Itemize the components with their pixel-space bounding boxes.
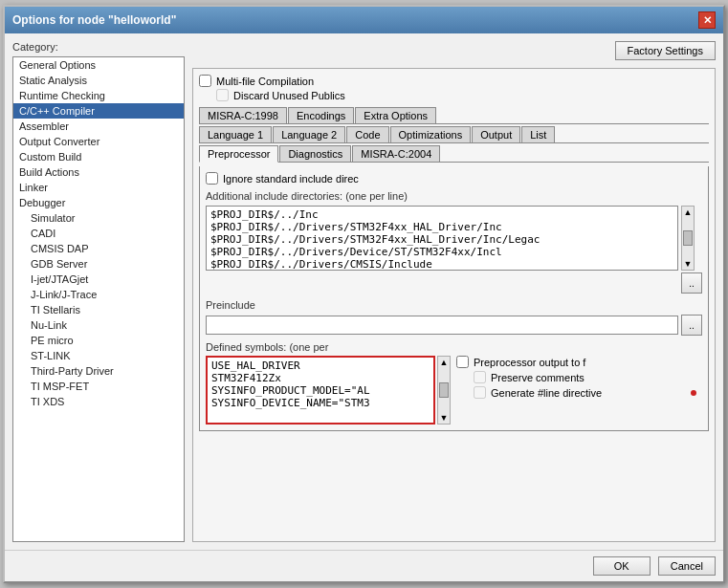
factory-row: Factory Settings (192, 41, 716, 60)
sidebar-item-c-cpp-compiler[interactable]: C/C++ Compiler (13, 103, 184, 119)
preinclude-row: .. (206, 315, 702, 336)
sidebar-item-assembler[interactable]: Assembler (13, 119, 184, 134)
sidebar-item-custom-build[interactable]: Custom Build (13, 149, 184, 164)
tab-misra-c-1998[interactable]: MISRA-C:1998 (199, 107, 287, 123)
ignore-standard-row: Ignore standard include direc (206, 172, 702, 185)
preserve-comments-row: Preserve comments (456, 371, 702, 383)
tab-language-1[interactable]: Language 1 (199, 126, 272, 142)
include-dirs-scrollbar[interactable]: ▲ ▼ (681, 206, 695, 271)
close-button[interactable]: ✕ (698, 11, 716, 29)
tab-diagnostics[interactable]: Diagnostics (279, 145, 351, 162)
multi-file-label: Multi-file Compilation (216, 76, 314, 87)
sidebar-item-gdb-server[interactable]: GDB Server (13, 256, 184, 272)
tab-row-3: PreprocessorDiagnosticsMISRA-C:2004 (199, 145, 709, 163)
sidebar-item-debugger[interactable]: Debugger (13, 195, 184, 210)
dialog-footer: OK Cancel (5, 550, 723, 581)
sidebar-item-cadi[interactable]: CADI (13, 226, 184, 241)
ignore-standard-checkbox[interactable] (206, 172, 218, 185)
tab-preprocessor[interactable]: Preprocessor (199, 145, 278, 163)
tab-row-1: MISRA-C:1998EncodingsExtra Options (199, 107, 709, 124)
generate-hashline-checkbox[interactable] (474, 386, 486, 399)
include-dirs-area: ▲ ▼ .. (206, 206, 702, 294)
preprocessor-output-checkbox[interactable] (456, 356, 469, 368)
discard-unused-checkbox[interactable] (216, 89, 229, 101)
tab-optimizations[interactable]: Optimizations (390, 126, 472, 142)
sidebar-item-general-options[interactable]: General Options (13, 57, 184, 73)
tab-output[interactable]: Output (472, 126, 520, 142)
sidebar-item-linker[interactable]: Linker (13, 180, 184, 195)
include-dirs-textarea[interactable] (206, 206, 678, 271)
options-area: Multi-file Compilation Discard Unused Pu… (192, 68, 716, 542)
dialog-body: Category: General OptionsStatic Analysis… (5, 33, 723, 550)
tab-list[interactable]: List (521, 126, 555, 142)
preprocessor-output-label: Preprocessor output to f (474, 357, 585, 368)
preprocessor-output-row: Preprocessor output to f (456, 356, 702, 368)
tabs-container: MISRA-C:1998EncodingsExtra Options Langu… (199, 107, 709, 163)
preserve-comments-label: Preserve comments (491, 372, 585, 383)
include-dirs-label: Additional include directories: (one per… (206, 190, 702, 202)
sidebar-item-st-link[interactable]: ST-LINK (13, 348, 184, 363)
tab-extra-options[interactable]: Extra Options (355, 107, 436, 123)
generate-hashline-label: Generate #line directive (491, 387, 602, 399)
tab-code[interactable]: Code (346, 126, 388, 142)
title-bar: Options for node "helloworld" ✕ (5, 7, 723, 33)
main-panel: Factory Settings Multi-file Compilation … (192, 41, 716, 542)
defined-symbols-label: Defined symbols: (one per (206, 341, 702, 353)
sidebar-item-runtime-checking[interactable]: Runtime Checking (13, 88, 184, 103)
preprocessor-content: Ignore standard include direc Additional… (199, 166, 709, 431)
tab-encodings[interactable]: Encodings (288, 107, 354, 123)
tab-misra-c-2004[interactable]: MISRA-C:2004 (352, 145, 440, 162)
sidebar-item-cmsis-dap[interactable]: CMSIS DAP (13, 241, 184, 256)
preserve-comments-checkbox[interactable] (474, 371, 486, 383)
defined-symbols-section: Defined symbols: (one per ▲ ▼ (206, 339, 702, 425)
sidebar-item-nu-link[interactable]: Nu-Link (13, 317, 184, 333)
compilation-checkboxes: Multi-file Compilation Discard Unused Pu… (199, 75, 709, 101)
cancel-button[interactable]: Cancel (658, 556, 716, 576)
multi-file-checkbox[interactable] (199, 75, 211, 87)
preinclude-label: Preinclude (206, 299, 702, 311)
include-dirs-edit-button[interactable]: .. (681, 272, 702, 294)
sidebar-item-ti-stellaris[interactable]: TI Stellaris (13, 302, 184, 317)
generate-hashline-row: Generate #line directive (456, 386, 702, 399)
preprocessor-output-section: Preprocessor output to f Preserve commen… (456, 356, 702, 402)
defined-symbols-scrollbar[interactable]: ▲ ▼ (437, 356, 451, 425)
category-label: Category: (12, 41, 185, 53)
sidebar-item-output-converter[interactable]: Output Converter (13, 134, 184, 149)
red-dot-indicator (691, 390, 696, 396)
dialog: Options for node "helloworld" ✕ Category… (3, 5, 725, 583)
sidebar-item-i-jet-jtag[interactable]: I-jet/JTAGjet (13, 272, 184, 287)
multi-file-row: Multi-file Compilation (199, 75, 709, 87)
preinclude-edit-button[interactable]: .. (681, 315, 702, 336)
discard-unused-row: Discard Unused Publics (199, 89, 709, 101)
category-list: General OptionsStatic AnalysisRuntime Ch… (12, 56, 185, 542)
ok-button[interactable]: OK (593, 556, 651, 576)
discard-unused-label: Discard Unused Publics (233, 90, 345, 101)
defined-symbols-textarea[interactable] (206, 356, 435, 425)
ignore-standard-label: Ignore standard include direc (223, 173, 359, 185)
sidebar-item-static-analysis[interactable]: Static Analysis (13, 73, 184, 88)
sidebar-item-build-actions[interactable]: Build Actions (13, 164, 184, 180)
defined-row: ▲ ▼ Preprocessor output to f (206, 356, 702, 425)
factory-settings-button[interactable]: Factory Settings (615, 41, 716, 60)
sidebar-item-pe-micro[interactable]: PE micro (13, 333, 184, 348)
include-dirs-buttons: ▲ ▼ .. (681, 206, 702, 294)
sidebar: Category: General OptionsStatic Analysis… (12, 41, 185, 542)
dialog-title: Options for node "helloworld" (12, 13, 176, 27)
sidebar-item-j-link-j-trace[interactable]: J-Link/J-Trace (13, 287, 184, 302)
sidebar-item-third-party-driver[interactable]: Third-Party Driver (13, 363, 184, 379)
sidebar-item-ti-msp-fet[interactable]: TI MSP-FET (13, 379, 184, 394)
tab-row-2: Language 1Language 2CodeOptimizationsOut… (199, 126, 709, 143)
preinclude-input[interactable] (206, 316, 678, 335)
sidebar-item-ti-xds[interactable]: TI XDS (13, 394, 184, 409)
sidebar-item-simulator[interactable]: Simulator (13, 210, 184, 226)
tab-language-2[interactable]: Language 2 (273, 126, 345, 142)
